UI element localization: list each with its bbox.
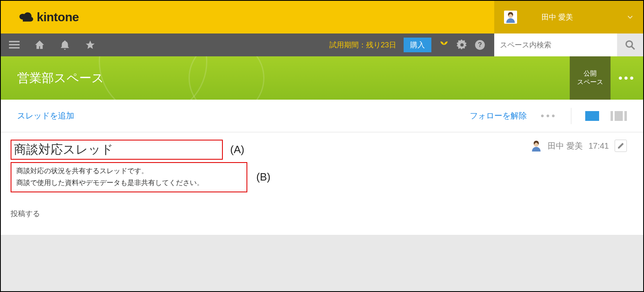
brand-logo[interactable]: kintone xyxy=(1,10,79,24)
thread-more-button[interactable]: ••• xyxy=(541,110,557,122)
help-icon[interactable]: ? xyxy=(475,40,485,50)
top-bar: kintone 田中 愛美 xyxy=(1,1,643,33)
view-tile-button[interactable] xyxy=(585,111,599,121)
thread-title: 商談対応スレッド xyxy=(14,143,113,156)
nav-bar: 試用期間：残り23日 購入 ? xyxy=(1,33,643,56)
user-name: 田中 愛美 xyxy=(542,12,573,22)
menu-icon[interactable] xyxy=(9,40,20,50)
gear-icon[interactable] xyxy=(457,40,467,50)
edit-button[interactable] xyxy=(615,140,627,152)
trial-text: 試用期間：残り23日 xyxy=(329,40,396,50)
svg-point-6 xyxy=(626,41,632,47)
search-input[interactable] xyxy=(494,41,617,49)
thread-content: 商談対応スレッド (A) 田中 愛美 17:41 商談対応の状況を共有するスレッ… xyxy=(1,132,643,235)
search-icon xyxy=(625,40,635,50)
svg-rect-2 xyxy=(9,44,20,45)
avatar xyxy=(504,11,517,24)
search-area xyxy=(494,33,643,56)
post-label: 投稿する xyxy=(11,210,40,218)
desc-line1: 商談対応の状況を共有するスレッドです。 xyxy=(16,165,242,177)
star-icon[interactable] xyxy=(85,40,95,50)
thread-desc-box: 商談対応の状況を共有するスレッドです。 商談で使用した資料やデモデータも是非共有… xyxy=(11,162,247,192)
svg-line-7 xyxy=(631,46,635,49)
brand-name: kintone xyxy=(37,10,79,24)
sprout-icon[interactable] xyxy=(439,40,449,50)
space-header: 営業部スペース 公開 スペース ••• xyxy=(1,56,643,100)
visibility-line1: 公開 xyxy=(584,69,597,78)
buy-button[interactable]: 購入 xyxy=(404,38,431,52)
svg-rect-3 xyxy=(9,47,20,48)
visibility-badge: 公開 スペース xyxy=(570,56,611,100)
author-avatar xyxy=(531,140,542,152)
thread-time: 17:41 xyxy=(588,141,609,151)
pencil-icon xyxy=(617,142,624,149)
action-row: スレッドを追加 フォローを解除 ••• xyxy=(1,100,643,132)
home-icon[interactable] xyxy=(34,40,45,50)
annotation-a: (A) xyxy=(230,143,244,156)
cloud-icon xyxy=(18,11,33,23)
search-button[interactable] xyxy=(617,33,643,56)
user-panel[interactable]: 田中 愛美 xyxy=(494,1,643,33)
add-thread-link[interactable]: スレッドを追加 xyxy=(17,110,74,121)
desc-line2: 商談で使用した資料やデモデータも是非共有してください。 xyxy=(16,177,242,189)
svg-rect-1 xyxy=(9,41,20,42)
svg-text:?: ? xyxy=(478,41,482,48)
thread-title-box: 商談対応スレッド xyxy=(11,140,223,160)
chevron-down-icon xyxy=(627,14,633,20)
space-title: 営業部スペース xyxy=(17,70,104,87)
compose-area[interactable]: 投稿する xyxy=(11,209,627,218)
bell-icon[interactable] xyxy=(60,40,70,50)
space-more-button[interactable]: ••• xyxy=(611,56,643,100)
visibility-line2: スペース xyxy=(577,78,603,87)
view-list-button[interactable] xyxy=(611,111,627,121)
unfollow-link[interactable]: フォローを解除 xyxy=(470,110,527,121)
author-name: 田中 愛美 xyxy=(548,140,583,152)
annotation-b: (B) xyxy=(256,171,271,183)
divider xyxy=(571,108,571,124)
